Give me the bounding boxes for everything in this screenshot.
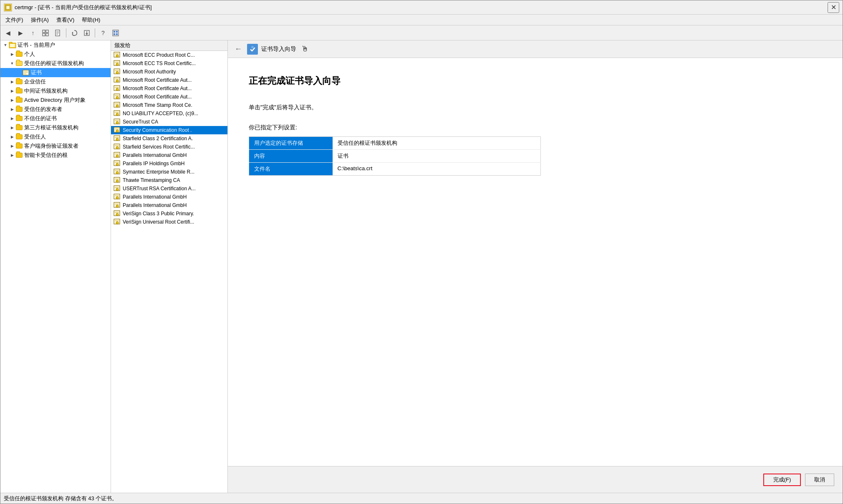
finish-button[interactable]: 完成(F): [763, 474, 801, 486]
wizard-settings-table: 用户选定的证书存储 受信任的根证书颁发机构 内容 证书 文件名 C:\beats…: [249, 136, 541, 176]
refresh-toolbar-btn[interactable]: [68, 27, 80, 39]
toolbar-sep-1: [66, 28, 66, 38]
tree-item-smartcard-label: 智能卡受信任的根: [24, 151, 68, 159]
svg-point-55: [116, 130, 119, 132]
export-toolbar-btn[interactable]: [81, 27, 93, 39]
tree-item-ad-label: Active Directory 用户对象: [24, 96, 86, 104]
cancel-button[interactable]: 取消: [805, 474, 834, 486]
cert-list-header: 颁发给: [111, 40, 227, 51]
cert-item-7[interactable]: NO LIABILITY ACCEPTED, (c)9...: [111, 109, 227, 118]
tree-item-intermediate[interactable]: ▶ 中间证书颁发机构: [0, 86, 111, 96]
cert-item-1[interactable]: Microsoft ECC TS Root Certific...: [111, 59, 227, 68]
help-toolbar-btn[interactable]: ?: [97, 27, 109, 39]
menu-bar: 文件(F) 操作(A) 查看(V) 帮助(H): [0, 15, 843, 25]
forward-toolbar-btn[interactable]: ▶: [15, 27, 26, 39]
cert-item-15[interactable]: Thawte Timestamping CA: [111, 176, 227, 184]
tree-item-trusted-root[interactable]: ▼ 受信任的根证书颁发机构: [0, 59, 111, 68]
mmc-toolbar-btn[interactable]: [110, 27, 121, 39]
toolbar-sep-2: [95, 28, 95, 38]
svg-rect-18: [116, 33, 118, 35]
wizard-content: 正在完成证书导入向导 单击"完成"后将导入证书。 你已指定下列设置: 用户选定的…: [228, 58, 843, 466]
expand-enterprise: ▶: [9, 78, 15, 85]
cert-item-5[interactable]: Microsoft Root Certificate Aut...: [111, 93, 227, 101]
menu-view[interactable]: 查看(V): [53, 15, 78, 25]
expand-personal: ▶: [9, 51, 15, 58]
cert-item-18[interactable]: Parallels International GmbH: [111, 201, 227, 209]
cert-icon-12: [114, 152, 121, 159]
tree-item-untrusted[interactable]: ▶ 不信任的证书: [0, 114, 111, 123]
svg-point-76: [116, 188, 119, 191]
cert-item-8[interactable]: SecureTrust CA: [111, 118, 227, 126]
up-toolbar-btn[interactable]: ↑: [27, 27, 39, 39]
svg-rect-3: [46, 30, 48, 33]
cert-icon-5: [114, 93, 121, 100]
close-button[interactable]: ✕: [828, 2, 839, 13]
cert-item-13[interactable]: Parallels IP Holdings GmbH: [111, 159, 227, 168]
tree-item-enterprise[interactable]: ▶ 企业信任: [0, 77, 111, 86]
cert-item-14[interactable]: Symantec Enterprise Mobile R...: [111, 168, 227, 176]
svg-rect-2: [43, 30, 45, 33]
cert-item-6[interactable]: Microsoft Time Stamp Root Ce.: [111, 101, 227, 109]
expand-thirdparty: ▶: [9, 124, 15, 131]
cert-item-2[interactable]: Microsoft Root Authority: [111, 68, 227, 76]
cursor-indicator: 🖱: [301, 45, 309, 53]
table-row-filename: 文件名 C:\beats\ca.crt: [249, 163, 541, 176]
menu-action[interactable]: 操作(A): [28, 15, 52, 25]
cert-item-17[interactable]: Parallels International GmbH: [111, 193, 227, 201]
cert-item-19[interactable]: VeriSign Class 3 Public Primary.: [111, 209, 227, 218]
back-toolbar-btn[interactable]: ◀: [2, 27, 14, 39]
wizard-back-button[interactable]: ←: [233, 44, 244, 54]
cert-item-11[interactable]: Starfield Services Root Certific...: [111, 143, 227, 151]
cert-icon-15: [114, 177, 121, 184]
expand-trusted-people: ▶: [9, 134, 15, 140]
table-row-content: 内容 证书: [249, 150, 541, 163]
table-value-store: 受信任的根证书颁发机构: [333, 137, 541, 150]
cert-icon-2: [114, 68, 121, 75]
svg-point-49: [116, 113, 119, 116]
cert-item-0[interactable]: Microsoft ECC Product Root C...: [111, 51, 227, 59]
tree-item-personal[interactable]: ▶ 个人: [0, 50, 111, 59]
table-key-content: 内容: [249, 150, 333, 163]
tree-item-trusted-people-label: 受信任人: [24, 133, 46, 141]
cert-item-16[interactable]: USERTrust RSA Certification A...: [111, 184, 227, 193]
cert-icon-3: [114, 77, 121, 83]
svg-rect-21: [10, 44, 15, 47]
expand-ad: ▶: [9, 97, 15, 103]
tree-item-smartcard[interactable]: ▶ 智能卡受信任的根: [0, 151, 111, 160]
table-row-store: 用户选定的证书存储 受信任的根证书颁发机构: [249, 137, 541, 150]
tree-item-client-auth[interactable]: ▶ 客户端身份验证颁发者: [0, 141, 111, 151]
cert-item-20[interactable]: VeriSign Universal Root Certifi...: [111, 218, 227, 226]
tree-item-client-auth-label: 客户端身份验证颁发者: [24, 142, 78, 150]
cert-item-3[interactable]: Microsoft Root Certificate Aut...: [111, 76, 227, 84]
tree-root[interactable]: ▼ 证书 - 当前用户: [0, 40, 111, 50]
cert-item-12[interactable]: Parallels International GmbH: [111, 151, 227, 159]
tree-item-thirdparty-label: 第三方根证书颁发机构: [24, 124, 78, 131]
app-icon: [4, 3, 12, 12]
tree-item-trusted-root-label: 受信任的根证书颁发机构: [24, 60, 84, 67]
menu-help[interactable]: 帮助(H): [78, 15, 103, 25]
tree-item-certificates[interactable]: 证书: [0, 68, 111, 77]
view-toolbar-btn[interactable]: [40, 27, 51, 39]
svg-point-79: [116, 197, 119, 199]
cert-item-10[interactable]: Starfield Class 2 Certification A.: [111, 134, 227, 143]
tree-item-trusted-people[interactable]: ▶ 受信任人: [0, 132, 111, 141]
svg-point-52: [116, 121, 119, 124]
tree-item-trusted-publishers[interactable]: ▶ 受信任的发布者: [0, 105, 111, 114]
root-icon: [9, 42, 16, 48]
svg-point-46: [116, 105, 119, 107]
title-bar: certmgr - [证书 - 当前用户\受信任的根证书颁发机构\证书] ✕: [0, 0, 843, 15]
svg-point-90: [251, 46, 254, 48]
doc-toolbar-btn[interactable]: [52, 27, 64, 39]
svg-point-70: [116, 171, 119, 174]
cert-item-9[interactable]: Security Communication Root .: [111, 126, 227, 134]
menu-file[interactable]: 文件(F): [2, 15, 27, 25]
toolbar: ◀ ▶ ↑: [0, 25, 843, 40]
tree-item-thirdparty[interactable]: ▶ 第三方根证书颁发机构: [0, 123, 111, 132]
folder-client-auth-icon: [15, 143, 23, 149]
cert-icon-4: [114, 85, 121, 92]
table-value-filename: C:\beats\ca.crt: [333, 163, 541, 176]
svg-point-37: [116, 80, 119, 82]
tree-item-ad[interactable]: ▶ Active Directory 用户对象: [0, 96, 111, 105]
svg-point-73: [116, 180, 119, 182]
cert-item-4[interactable]: Microsoft Root Certificate Aut...: [111, 84, 227, 93]
